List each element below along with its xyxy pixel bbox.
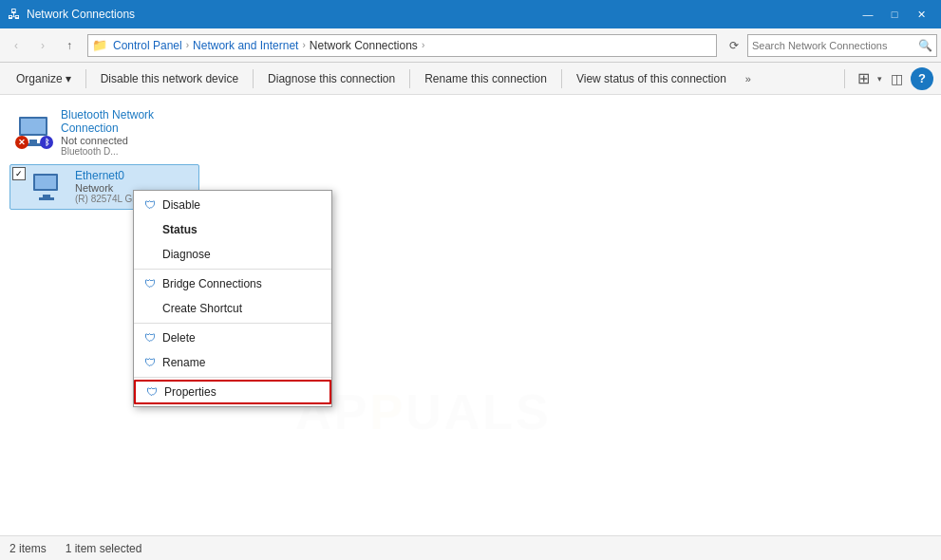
preview-pane-button[interactable]: ◫ (884, 66, 909, 91)
content-area: ✕ ᛒ Bluetooth Network Connection Not con… (0, 95, 941, 535)
selected-count: 1 item selected (66, 542, 142, 555)
organize-label: Organize (16, 72, 63, 85)
bluetooth-connection-status: Not connected (61, 135, 175, 146)
toolbar: Organize ▾ Disable this network device D… (0, 63, 941, 95)
minimize-button[interactable]: — (856, 5, 880, 24)
ctx-properties[interactable]: 🛡 Properties (134, 380, 331, 404)
ethernet-checkbox: ✓ (12, 167, 26, 180)
more-button[interactable]: » (737, 66, 760, 91)
title-bar-controls: — □ ✕ (856, 5, 933, 24)
nav-bar: ‹ › ↑ 📁 Control Panel › Network and Inte… (0, 28, 941, 63)
toolbar-separator-2 (253, 69, 254, 88)
toolbar-separator-4 (561, 69, 562, 88)
window-title: Network Connections (27, 8, 135, 21)
disable-device-button[interactable]: Disable this network device (92, 66, 247, 91)
ctx-disable[interactable]: 🛡 Disable (134, 193, 331, 217)
search-box: 🔍 (747, 34, 937, 57)
search-icon: 🔍 (918, 39, 932, 52)
shield-icon-properties: 🛡 (145, 385, 159, 399)
search-input[interactable] (752, 40, 914, 51)
diagnose-button[interactable]: Diagnose this connection (259, 66, 404, 91)
bluetooth-connection-name: Bluetooth Network Connection (61, 108, 175, 135)
toolbar-separator-5 (844, 69, 845, 88)
breadcrumb-control-panel[interactable]: Control Panel (111, 39, 184, 52)
context-menu: 🛡 Disable Status Diagnose 🛡 Bridge Conne… (133, 190, 332, 407)
ctx-diagnose[interactable]: Diagnose (134, 242, 331, 267)
toolbar-separator-3 (409, 69, 410, 88)
address-bar: 📁 Control Panel › Network and Internet ›… (87, 34, 717, 57)
forward-button[interactable]: › (30, 33, 55, 58)
view-status-button[interactable]: View status of this connection (568, 66, 735, 91)
title-bar-left: 🖧 Network Connections (8, 7, 135, 22)
ctx-rename[interactable]: 🛡 Rename (134, 350, 331, 375)
bluetooth-connection-item[interactable]: ✕ ᛒ Bluetooth Network Connection Not con… (9, 104, 180, 160)
ethernet-network-icon (29, 171, 64, 205)
organize-arrow: ▾ (66, 72, 71, 85)
ctx-status[interactable]: Status (134, 217, 331, 242)
title-bar: 🖧 Network Connections — □ ✕ (0, 0, 941, 28)
breadcrumb-network-internet[interactable]: Network and Internet (191, 39, 300, 52)
shield-icon-disable: 🛡 (143, 198, 157, 212)
ctx-separator-2 (134, 323, 331, 324)
ctx-shortcut[interactable]: Create Shortcut (134, 296, 331, 321)
view-buttons: ⊞ ▾ ◫ ? (840, 66, 933, 91)
status-bar: 2 items 1 item selected (0, 535, 941, 560)
back-button[interactable]: ‹ (4, 33, 28, 58)
view-arrow: ▾ (877, 74, 882, 84)
ethernet-connection-name: Ethernet0 (75, 169, 198, 182)
main-content: ✕ ᛒ Bluetooth Network Connection Not con… (0, 95, 941, 535)
close-button[interactable]: ✕ (909, 5, 933, 24)
folder-icon: 📁 (92, 38, 107, 52)
bluetooth-badge-icon: ᛒ (40, 136, 53, 149)
help-button[interactable]: ? (911, 67, 933, 90)
view-options-button[interactable]: ⊞ (851, 66, 875, 91)
connection-error-icon: ✕ (15, 136, 28, 149)
breadcrumb-network-connections[interactable]: Network Connections (308, 39, 420, 52)
refresh-button[interactable]: ⟳ (723, 34, 745, 57)
breadcrumb: Control Panel › Network and Internet › N… (111, 39, 424, 52)
ctx-delete[interactable]: 🛡 Delete (134, 326, 331, 350)
maximize-button[interactable]: □ (882, 5, 907, 24)
ctx-separator-1 (134, 269, 331, 270)
toolbar-separator-1 (85, 69, 86, 88)
ctx-bridge[interactable]: 🛡 Bridge Connections (134, 271, 331, 296)
watermark: A P P U A L S (295, 383, 552, 440)
shield-icon-delete: 🛡 (143, 331, 157, 345)
bluetooth-network-icon: ✕ ᛒ (15, 116, 53, 150)
rename-button[interactable]: Rename this connection (416, 66, 555, 91)
shield-icon-bridge: 🛡 (143, 277, 157, 290)
organize-button[interactable]: Organize ▾ (8, 66, 80, 91)
bluetooth-connection-text: Bluetooth Network Connection Not connect… (61, 108, 175, 157)
shield-icon-rename: 🛡 (143, 356, 157, 369)
up-button[interactable]: ↑ (57, 33, 82, 58)
bluetooth-connection-type: Bluetooth D... (61, 146, 175, 157)
ctx-separator-3 (134, 377, 331, 378)
item-count: 2 items (9, 542, 47, 555)
window-icon: 🖧 (8, 7, 21, 22)
